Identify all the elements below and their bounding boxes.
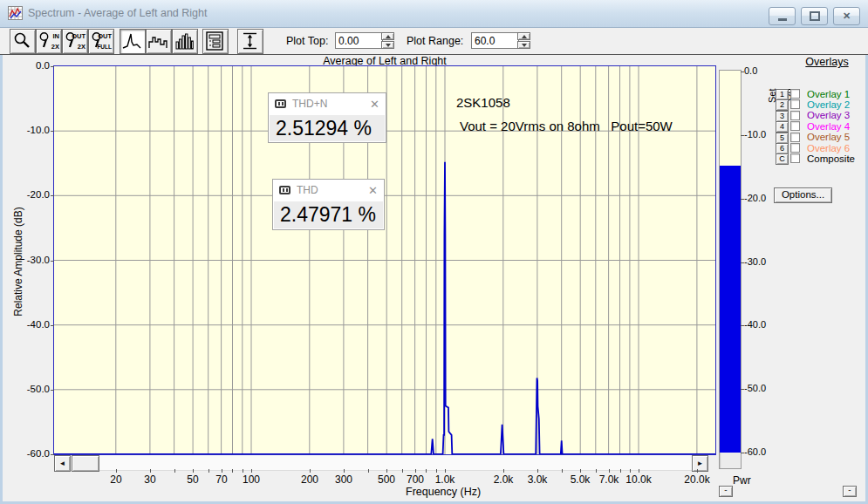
plot-top-label: Plot Top: — [286, 35, 328, 47]
overlay-set-button-C[interactable]: C — [776, 153, 789, 165]
meter-tick-label: -20.0 — [744, 193, 766, 203]
overlay-checkbox-C[interactable] — [790, 153, 800, 163]
meter-tick-label: -50.0 — [744, 383, 766, 393]
overlay-checkbox-4[interactable] — [790, 121, 800, 131]
x-tick-label: 50 — [187, 473, 198, 486]
plot-range-input[interactable] — [471, 32, 519, 49]
zoom-out-full-button[interactable]: OUT FULL — [88, 29, 114, 54]
meter-tick-label: 0.0 — [744, 65, 757, 76]
overlay-checkbox-3[interactable] — [790, 111, 800, 120]
plot-top-input[interactable] — [335, 32, 383, 49]
thd-n-measurement-window: THD+N ✕ 2.51294 % — [268, 92, 386, 143]
overlay-set-button-5[interactable]: 5 — [776, 133, 789, 144]
zoom-out-label: OUT — [72, 33, 85, 39]
y-tick-mark — [51, 454, 54, 455]
close-icon: ✕ — [843, 10, 851, 22]
meter-tick-label: -60.0 — [744, 446, 766, 457]
x-tick-label: 70 — [215, 473, 227, 486]
x-tick-label: 1.0k — [435, 473, 455, 486]
x-tick-label: 10.0k — [625, 473, 651, 486]
spin-down-icon — [386, 44, 391, 47]
thd-n-title: THD+N — [292, 98, 327, 110]
x-tick-mark — [208, 469, 209, 473]
zoom-button[interactable] — [10, 29, 36, 54]
y-tick-mark — [51, 66, 54, 67]
plot-range-spin-up[interactable] — [517, 32, 530, 40]
minimize-icon — [778, 18, 787, 21]
zoom-in-2x-button[interactable]: IN 2X — [36, 29, 62, 54]
spin-down-icon — [522, 44, 527, 47]
x-tick-mark — [562, 469, 563, 473]
plot-top-spinner — [381, 32, 393, 49]
window-title: Spectrum - Average of Left and Right — [28, 7, 207, 19]
thd-close-icon[interactable]: ✕ — [368, 184, 378, 197]
line-plot-button[interactable] — [120, 29, 146, 54]
meter-tick-label: -10.0 — [744, 129, 766, 140]
overlay-set-button-4[interactable]: 4 — [776, 121, 789, 133]
y-tick-mark — [51, 131, 54, 132]
overlay-label: Overlay 2 — [807, 99, 850, 110]
bar-plot-button[interactable] — [172, 29, 198, 54]
x-tick-mark — [415, 469, 416, 473]
x-tick-mark — [344, 469, 345, 473]
overlay-checkbox-2[interactable] — [790, 99, 800, 109]
y-tick-mark — [51, 325, 54, 326]
x-tick-mark — [174, 469, 175, 473]
x-tick-label: 2.0k — [494, 473, 514, 486]
x-tick-label: 3.0k — [528, 473, 548, 486]
x-tick-mark — [368, 469, 369, 473]
overlay-set-button-1[interactable]: 1 — [776, 89, 789, 100]
restore-button[interactable] — [801, 7, 828, 25]
thd-n-titlebar[interactable]: THD+N ✕ — [269, 93, 386, 114]
x-tick-mark — [503, 469, 504, 473]
overlay-label: Composite — [807, 153, 855, 164]
overlay-checkbox-5[interactable] — [790, 133, 800, 142]
thd-n-value: 2.51294 % — [270, 115, 385, 141]
thd-value: 2.47971 % — [274, 201, 383, 228]
display-settings-button[interactable] — [202, 29, 229, 54]
x-tick-label: 30 — [144, 473, 155, 486]
x-tick-mark — [620, 469, 621, 473]
plot-range-spin-down[interactable] — [517, 41, 530, 49]
zoom-out-2x-button[interactable]: OUT 2X — [62, 29, 88, 54]
step-plot-icon — [147, 31, 168, 51]
y-tick-mark — [51, 195, 54, 196]
spectrum-window: Spectrum - Average of Left and Right ✕ I… — [0, 0, 868, 504]
thd-titlebar[interactable]: THD ✕ — [273, 180, 384, 201]
x-tick-mark — [193, 469, 194, 473]
y-tick-mark — [51, 390, 54, 391]
overlay-checkbox-1[interactable] — [790, 89, 800, 99]
overlay-label: Overlay 4 — [807, 121, 850, 132]
zoom-in-label: IN — [53, 33, 60, 39]
y-tick-label: -20.0 — [17, 189, 50, 200]
annotation-device: 2SK1058 — [456, 95, 510, 110]
meter-tick-mark — [741, 72, 744, 72]
overlay-set-button-6[interactable]: 6 — [776, 143, 789, 154]
plot-top-spin-up[interactable] — [381, 32, 394, 40]
x-tick-mark — [445, 469, 446, 473]
line-plot-icon — [121, 31, 142, 51]
plot-range-label: Plot Range: — [407, 35, 463, 47]
annotation-conditions: Vout = 20Vrms on 8ohm Pout=50W — [460, 119, 673, 133]
close-button[interactable]: ✕ — [833, 7, 860, 25]
overlay-checkbox-6[interactable] — [790, 143, 800, 153]
meter-tick-mark — [741, 453, 744, 453]
plot-top-spin-down[interactable] — [381, 41, 394, 49]
zoom-in-2x-label: 2X — [51, 44, 59, 50]
step-plot-button[interactable] — [146, 29, 172, 54]
overlay-set-button-3[interactable]: 3 — [776, 111, 789, 122]
x-tick-label: 5.0k — [571, 473, 591, 486]
x-tick-mark — [222, 469, 222, 473]
generated-layer: 203050701002003005007001.0k2.0k3.0k5.0k7… — [0, 0, 868, 504]
x-tick-label: 20.0k — [684, 473, 709, 486]
window-border — [0, 0, 3, 504]
minimize-button[interactable] — [769, 7, 796, 25]
vertical-range-button[interactable] — [237, 29, 263, 54]
x-tick-label: 200 — [301, 473, 318, 486]
x-tick-mark — [609, 469, 610, 473]
magnifier-icon — [11, 31, 32, 51]
title-bar[interactable]: Spectrum - Average of Left and Right ✕ — [0, 0, 868, 28]
thd-n-close-icon[interactable]: ✕ — [370, 98, 379, 111]
meter-tick-mark — [741, 389, 744, 390]
overlay-set-button-2[interactable]: 2 — [776, 99, 789, 111]
